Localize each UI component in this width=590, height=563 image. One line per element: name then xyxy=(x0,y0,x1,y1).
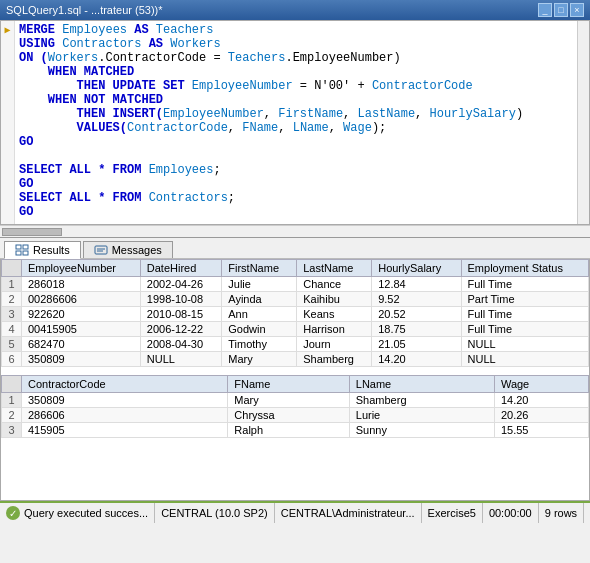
code-token: EmployeeNumber xyxy=(192,79,293,93)
tab-results[interactable]: Results xyxy=(4,241,81,259)
table-cell: 3 xyxy=(2,423,22,438)
code-token: Contractors xyxy=(149,191,228,205)
code-content[interactable]: MERGE Employees AS TeachersUSING Contrac… xyxy=(15,21,577,224)
svg-rect-2 xyxy=(16,251,21,255)
minimize-button[interactable]: _ xyxy=(538,3,552,17)
title-bar: SQLQuery1.sql - ...trateur (53))* _ □ × xyxy=(0,0,590,20)
table-cell: Full Time xyxy=(461,277,588,292)
column-header: Employment Status xyxy=(461,260,588,277)
table-cell: 1998-10-08 xyxy=(140,292,221,307)
table-cell: Full Time xyxy=(461,307,588,322)
table-cell: Chance xyxy=(297,277,372,292)
table-cell: Ralph xyxy=(228,423,349,438)
table-cell: 2008-04-30 xyxy=(140,337,221,352)
table-cell: 15.55 xyxy=(494,423,588,438)
table-row: 4004159052006-12-22GodwinHarrison18.75Fu… xyxy=(2,322,589,337)
code-token: HourlySalary xyxy=(430,107,516,121)
code-token: SELECT ALL * FROM xyxy=(19,191,149,205)
table-cell: 2 xyxy=(2,408,22,423)
code-token: ; xyxy=(228,191,235,205)
code-token: Teachers xyxy=(156,23,214,37)
column-header: ContractorCode xyxy=(22,376,228,393)
message-icon xyxy=(94,244,108,256)
table-cell: 14.20 xyxy=(372,352,461,367)
table-cell: 415905 xyxy=(22,423,228,438)
table-cell: 14.20 xyxy=(494,393,588,408)
table-cell: 682470 xyxy=(22,337,141,352)
code-token: FirstName xyxy=(278,107,343,121)
table-cell: 922620 xyxy=(22,307,141,322)
status-rows: 9 rows xyxy=(539,503,584,523)
table-cell: Ayinda xyxy=(222,292,297,307)
tab-results-label: Results xyxy=(33,244,70,256)
code-token: , xyxy=(228,121,242,135)
window-title: SQLQuery1.sql - ...trateur (53))* xyxy=(6,4,163,16)
svg-rect-1 xyxy=(23,245,28,249)
code-token: MERGE xyxy=(19,23,62,37)
svg-rect-3 xyxy=(23,251,28,255)
code-token: = N'00' + xyxy=(293,79,372,93)
code-token: THEN UPDATE SET xyxy=(77,79,192,93)
vertical-scrollbar[interactable] xyxy=(577,21,589,224)
table-cell: 00286606 xyxy=(22,292,141,307)
tab-messages[interactable]: Messages xyxy=(83,241,173,258)
table-cell: NULL xyxy=(461,337,588,352)
column-header: LastName xyxy=(297,260,372,277)
code-token: THEN INSERT( xyxy=(77,107,163,121)
code-token: , xyxy=(343,107,357,121)
table-cell: 286018 xyxy=(22,277,141,292)
code-token: , xyxy=(278,121,292,135)
table-cell: 350809 xyxy=(22,352,141,367)
status-database: Exercise5 xyxy=(422,503,483,523)
code-token: USING xyxy=(19,37,62,51)
horizontal-scrollbar[interactable] xyxy=(0,225,590,237)
code-token: .ContractorCode = xyxy=(98,51,228,65)
table-cell: 9.52 xyxy=(372,292,461,307)
table-cell: 350809 xyxy=(22,393,228,408)
window-controls[interactable]: _ □ × xyxy=(538,3,584,17)
column-header: DateHired xyxy=(140,260,221,277)
results-tabs-bar: Results Messages xyxy=(0,237,590,259)
table-cell: Ann xyxy=(222,307,297,322)
code-token: WHEN MATCHED xyxy=(48,65,134,79)
table-row: 56824702008-04-30TimothyJourn21.05NULL xyxy=(2,337,589,352)
table-cell: 2006-12-22 xyxy=(140,322,221,337)
code-token: LName xyxy=(293,121,329,135)
table-row: 2002866061998-10-08AyindaKaihibu9.52Part… xyxy=(2,292,589,307)
code-token: GO xyxy=(19,135,33,149)
code-token: VALUES( xyxy=(77,121,127,135)
maximize-button[interactable]: □ xyxy=(554,3,568,17)
table-cell: Kaihibu xyxy=(297,292,372,307)
table-row: 6350809NULLMaryShamberg14.20NULL xyxy=(2,352,589,367)
table-cell: 3 xyxy=(2,307,22,322)
table-row: 39226202010-08-15AnnKeans20.52Full Time xyxy=(2,307,589,322)
gutter-arrow: ▶ xyxy=(1,23,14,37)
column-header xyxy=(2,376,22,393)
close-button[interactable]: × xyxy=(570,3,584,17)
code-token: LastName xyxy=(357,107,415,121)
status-server: CENTRAL (10.0 SP2) xyxy=(155,503,275,523)
table-cell: 1 xyxy=(2,277,22,292)
code-token: ); xyxy=(372,121,386,135)
table-cell: Harrison xyxy=(297,322,372,337)
table-row: 3415905RalphSunny15.55 xyxy=(2,423,589,438)
table-cell: 6 xyxy=(2,352,22,367)
table-cell: NULL xyxy=(140,352,221,367)
table-cell: 286606 xyxy=(22,408,228,423)
code-token: Teachers xyxy=(228,51,286,65)
column-header: EmployeeNumber xyxy=(22,260,141,277)
scrollbar-thumb[interactable] xyxy=(2,228,62,236)
table-cell: 5 xyxy=(2,337,22,352)
table-cell: Chryssa xyxy=(228,408,349,423)
table-cell: Mary xyxy=(222,352,297,367)
code-token: ContractorCode xyxy=(372,79,473,93)
code-editor: ▶ MERGE Employees AS TeachersUSING Contr… xyxy=(0,20,590,225)
table-cell: Full Time xyxy=(461,322,588,337)
table-row: 1350809MaryShamberg14.20 xyxy=(2,393,589,408)
code-token: Employees xyxy=(149,163,214,177)
table-cell: Journ xyxy=(297,337,372,352)
code-token: EmployeeNumber xyxy=(163,107,264,121)
table-cell: 2002-04-26 xyxy=(140,277,221,292)
column-header: Wage xyxy=(494,376,588,393)
status-message: ✓ Query executed succes... xyxy=(0,503,155,523)
